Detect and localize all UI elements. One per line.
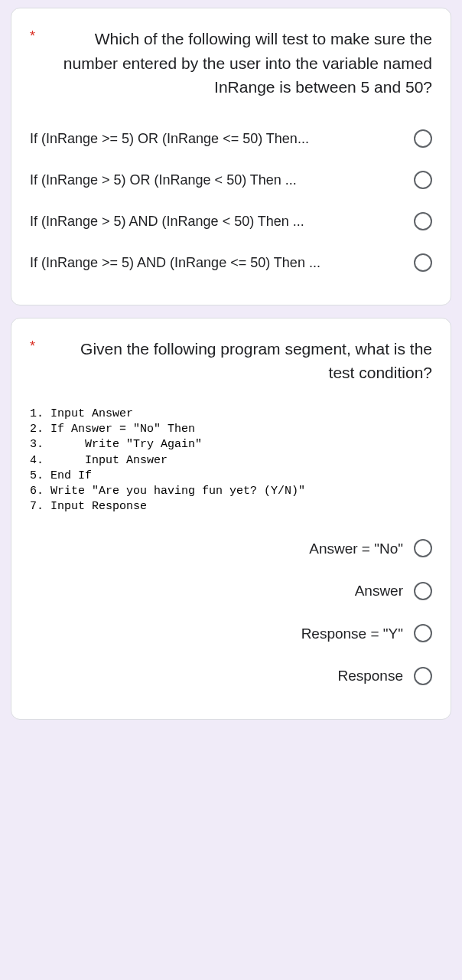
question-header: * Given the following program segment, w… bbox=[30, 337, 432, 385]
option-label: Answer = "No" bbox=[309, 538, 403, 560]
code-block: 1. Input Answer 2. If Answer = "No" Then… bbox=[30, 407, 432, 515]
radio-button[interactable] bbox=[414, 667, 432, 685]
options-list: Answer = "No" Answer Response = "Y" Resp… bbox=[30, 528, 432, 697]
question-text: Given the following program segment, wha… bbox=[53, 337, 432, 385]
radio-button[interactable] bbox=[414, 129, 432, 148]
option-row[interactable]: Answer bbox=[30, 570, 432, 612]
option-row[interactable]: If (InRange > 5) OR (InRange < 50) Then … bbox=[30, 159, 432, 201]
option-row[interactable]: If (InRange >= 5) OR (InRange <= 50) The… bbox=[30, 118, 432, 159]
question-card-2: * Given the following program segment, w… bbox=[11, 318, 451, 720]
options-list: If (InRange >= 5) OR (InRange <= 50) The… bbox=[30, 118, 432, 283]
option-label: If (InRange >= 5) AND (InRange <= 50) Th… bbox=[30, 253, 405, 273]
option-row[interactable]: Response bbox=[30, 655, 432, 697]
option-row[interactable]: If (InRange > 5) AND (InRange < 50) Then… bbox=[30, 201, 432, 242]
option-row[interactable]: Response = "Y" bbox=[30, 612, 432, 655]
radio-button[interactable] bbox=[414, 171, 432, 189]
option-label: If (InRange > 5) OR (InRange < 50) Then … bbox=[30, 170, 405, 190]
radio-button[interactable] bbox=[414, 624, 432, 642]
option-row[interactable]: Answer = "No" bbox=[30, 528, 432, 570]
required-asterisk: * bbox=[30, 337, 48, 356]
question-card-1: * Which of the following will test to ma… bbox=[11, 8, 451, 305]
question-text: Which of the following will test to make… bbox=[53, 27, 432, 100]
option-row[interactable]: If (InRange >= 5) AND (InRange <= 50) Th… bbox=[30, 242, 432, 283]
option-label: If (InRange > 5) AND (InRange < 50) Then… bbox=[30, 211, 405, 231]
option-label: Response bbox=[337, 665, 403, 687]
option-label: Answer bbox=[355, 580, 403, 602]
radio-button[interactable] bbox=[414, 212, 432, 230]
question-header: * Which of the following will test to ma… bbox=[30, 27, 432, 100]
radio-button[interactable] bbox=[414, 539, 432, 557]
option-label: If (InRange >= 5) OR (InRange <= 50) The… bbox=[30, 129, 405, 149]
required-asterisk: * bbox=[30, 27, 48, 46]
option-label: Response = "Y" bbox=[301, 623, 403, 645]
radio-button[interactable] bbox=[414, 582, 432, 600]
radio-button[interactable] bbox=[414, 253, 432, 272]
